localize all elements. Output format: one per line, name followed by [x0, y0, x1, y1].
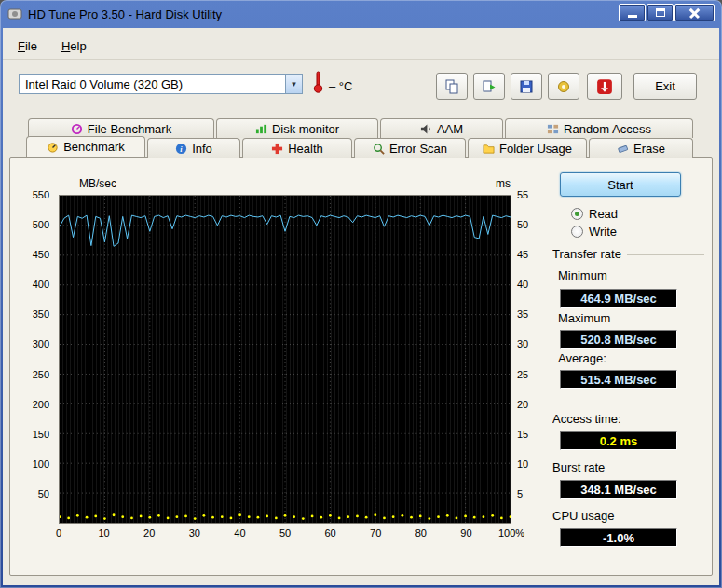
y-tick-label: 550	[33, 189, 49, 200]
close-button[interactable]	[674, 4, 715, 21]
average-value: 515.4 MB/sec	[560, 370, 677, 389]
options-icon	[556, 79, 571, 94]
drive-select-value: Intel Raid 0 Volume (320 GB)	[20, 77, 285, 91]
y-tick-label: 35	[517, 308, 528, 320]
x-tick-label: 90	[460, 527, 471, 539]
benchmark-icon	[47, 141, 59, 153]
tab-folder-usage[interactable]: Folder Usage	[468, 138, 587, 158]
info-icon: i	[175, 143, 187, 155]
y-tick-label: 15	[517, 429, 528, 440]
health-icon	[271, 143, 283, 155]
window-controls	[619, 4, 715, 21]
maximize-button[interactable]	[647, 4, 674, 21]
right-axis-title: ms	[496, 177, 511, 190]
maximize-icon	[656, 8, 665, 17]
y-tick-label: 20	[517, 399, 528, 410]
x-tick-label: 20	[143, 527, 155, 539]
y-tick-label: 200	[33, 399, 49, 410]
folder-usage-icon	[483, 143, 495, 155]
menu-file[interactable]: File	[18, 39, 37, 53]
drive-select[interactable]: Intel Raid 0 Volume (320 GB) ▼	[19, 74, 303, 94]
disk-monitor-icon	[255, 123, 267, 135]
y-tick-label: 50	[38, 488, 49, 499]
benchmark-chart	[59, 195, 511, 524]
y-tick-label: 5	[517, 488, 523, 499]
y-tick-label: 10	[517, 458, 528, 470]
toolbar: Intel Raid 0 Volume (320 GB) ▼ – °C	[3, 61, 719, 115]
group-rule	[627, 254, 704, 255]
tab-random-access[interactable]: Random Access	[505, 118, 693, 138]
chart-grid	[60, 196, 511, 523]
average-label: Average:	[558, 351, 606, 365]
y-tick-label: 150	[33, 429, 49, 440]
tab-benchmark[interactable]: Benchmark	[26, 136, 145, 157]
minimize-button[interactable]	[619, 4, 646, 21]
x-axis-ticks: 0102030405060708090100%	[59, 526, 524, 540]
y-axis-left-ticks: 55050045040035030025020015010050	[10, 195, 55, 524]
start-button[interactable]: Start	[560, 172, 681, 197]
erase-icon	[617, 143, 629, 155]
y-tick-label: 500	[33, 219, 49, 230]
save-button[interactable]	[511, 73, 542, 100]
y-axis-right-ticks: 555045403530252015105	[515, 195, 543, 524]
left-axis-title: MB/sec	[79, 177, 116, 190]
transfer-rate-line	[60, 215, 511, 246]
x-tick-label: 10	[98, 527, 109, 539]
titlebar[interactable]: HD Tune Pro 3.50 - Hard Disk Utility	[0, 0, 722, 28]
y-tick-label: 250	[33, 369, 49, 380]
x-tick-label: 30	[189, 527, 200, 539]
client-area: File Help Intel Raid 0 Volume (320 GB) ▼…	[3, 28, 719, 585]
access-time-label: Access time:	[552, 412, 621, 426]
read-option[interactable]: Read	[571, 207, 618, 221]
y-tick-label: 25	[517, 369, 528, 380]
tab-health[interactable]: Health	[242, 138, 352, 158]
tab-aam[interactable]: AAM	[380, 118, 503, 138]
tab-disk-monitor[interactable]: Disk monitor	[216, 118, 378, 138]
tab-row-primary: Benchmark i Info Health Error Scan Folde…	[26, 138, 693, 158]
menu-help[interactable]: Help	[61, 39, 87, 53]
x-tick-label: 50	[279, 527, 291, 539]
copy-button[interactable]	[436, 73, 468, 100]
tab-info[interactable]: i Info	[147, 138, 240, 158]
write-option[interactable]: Write	[571, 225, 617, 239]
write-label: Write	[589, 225, 617, 239]
export-button[interactable]	[473, 73, 505, 100]
app-icon	[7, 7, 22, 21]
chevron-down-icon[interactable]: ▼	[285, 75, 302, 93]
y-tick-label: 55	[517, 189, 528, 200]
cpu-usage-label: CPU usage	[552, 509, 614, 523]
x-tick-label: 80	[415, 527, 427, 539]
y-tick-label: 100	[33, 458, 49, 470]
maximum-value: 520.8 MB/sec	[560, 330, 677, 349]
y-tick-label: 45	[517, 249, 528, 260]
write-radio[interactable]	[571, 226, 583, 238]
minimum-label: Minimum	[558, 268, 607, 282]
options-button[interactable]	[548, 73, 579, 100]
maximum-label: Maximum	[558, 311, 610, 325]
capture-button[interactable]	[587, 73, 622, 100]
x-tick-label: 100%	[498, 527, 524, 539]
export-icon	[482, 79, 497, 94]
y-tick-label: 350	[33, 308, 49, 320]
tab-erase[interactable]: Erase	[589, 138, 693, 158]
exit-button[interactable]: Exit	[633, 73, 697, 100]
y-tick-label: 400	[33, 279, 49, 290]
minimize-icon	[628, 15, 637, 18]
y-tick-label: 450	[33, 249, 49, 260]
read-label: Read	[589, 207, 618, 221]
aam-icon	[420, 123, 432, 135]
capture-icon	[596, 78, 613, 95]
tab-file-benchmark[interactable]: File Benchmark	[28, 118, 214, 138]
error-scan-icon	[373, 143, 385, 155]
app-window: HD Tune Pro 3.50 - Hard Disk Utility Fil…	[0, 0, 722, 588]
minimum-value: 464.9 MB/sec	[560, 289, 677, 308]
x-tick-label: 40	[234, 527, 245, 539]
random-access-icon	[547, 123, 559, 135]
tab-error-scan[interactable]: Error Scan	[354, 138, 466, 158]
file-benchmark-icon	[71, 123, 83, 135]
read-radio[interactable]	[571, 208, 583, 220]
burst-rate-value: 348.1 MB/sec	[560, 480, 677, 499]
y-tick-label: 50	[517, 219, 528, 230]
transfer-rate-label: Transfer rate	[552, 247, 621, 261]
copy-icon	[444, 79, 459, 94]
